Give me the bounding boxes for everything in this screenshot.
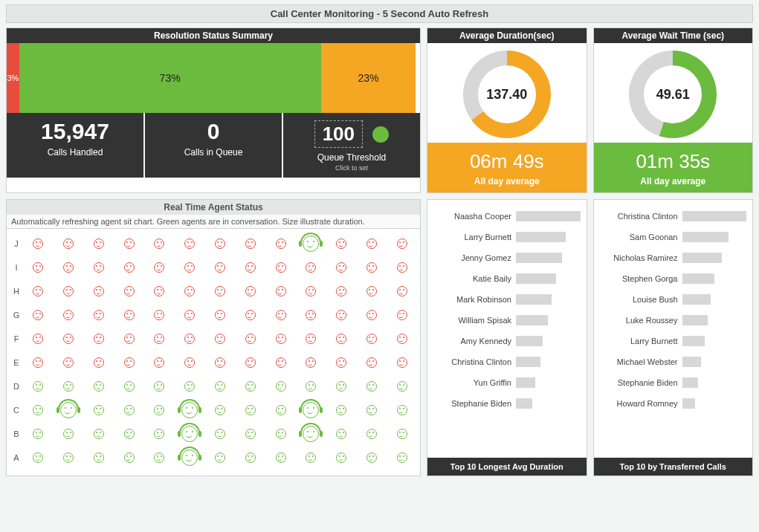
agent-cell[interactable] (23, 426, 54, 442)
agent-cell[interactable] (84, 236, 114, 252)
agent-cell[interactable] (356, 334, 387, 344)
agent-cell[interactable] (54, 426, 84, 442)
agent-cell[interactable] (144, 334, 175, 344)
agent-cell[interactable] (387, 236, 417, 252)
agent-cell[interactable] (387, 286, 417, 296)
agent-cell[interactable] (23, 357, 54, 368)
agent-cell[interactable] (356, 262, 387, 273)
agent-cell[interactable] (205, 402, 236, 418)
agent-cell[interactable] (235, 357, 265, 368)
agent-cell[interactable] (265, 310, 296, 320)
agent-cell[interactable] (235, 310, 265, 320)
agent-cell[interactable] (144, 450, 175, 466)
agent-cell[interactable] (235, 450, 265, 466)
agent-cell[interactable] (175, 286, 205, 296)
agent-cell[interactable] (84, 357, 114, 368)
agent-cell[interactable] (54, 357, 84, 368)
agent-cell[interactable] (205, 450, 236, 466)
agent-cell[interactable] (235, 381, 265, 392)
agent-cell[interactable] (265, 334, 296, 344)
agent-cell[interactable] (114, 381, 144, 392)
agent-cell[interactable] (144, 381, 175, 392)
agent-cell[interactable] (54, 402, 84, 418)
queue-threshold-value[interactable]: 100 (314, 120, 363, 148)
agent-cell[interactable] (23, 334, 54, 344)
agent-cell[interactable] (114, 262, 144, 273)
agent-cell[interactable] (387, 357, 417, 368)
agent-cell[interactable] (54, 310, 84, 320)
agent-cell[interactable] (387, 381, 417, 392)
agent-cell[interactable] (296, 450, 326, 466)
agent-cell[interactable] (84, 426, 114, 442)
agent-cell[interactable] (387, 426, 417, 442)
agent-cell[interactable] (387, 310, 417, 320)
agent-cell[interactable] (265, 236, 296, 252)
agent-cell[interactable] (205, 262, 236, 273)
agent-cell[interactable] (114, 450, 144, 466)
agent-cell[interactable] (356, 236, 387, 252)
agent-cell[interactable] (114, 426, 144, 442)
agent-cell[interactable] (356, 286, 387, 296)
agent-cell[interactable] (144, 357, 175, 368)
agent-cell[interactable] (23, 310, 54, 320)
agent-cell[interactable] (114, 334, 144, 344)
agent-cell[interactable] (296, 262, 326, 273)
agent-cell[interactable] (114, 357, 144, 368)
agent-cell[interactable] (326, 310, 357, 320)
agent-cell[interactable] (114, 310, 144, 320)
agent-cell[interactable] (387, 262, 417, 273)
agent-cell[interactable] (175, 310, 205, 320)
agent-cell[interactable] (23, 236, 54, 252)
agent-cell[interactable] (144, 236, 175, 252)
agent-cell[interactable] (175, 450, 205, 466)
agent-cell[interactable] (54, 236, 84, 252)
agent-cell[interactable] (175, 334, 205, 344)
agent-cell[interactable] (205, 236, 236, 252)
agent-cell[interactable] (296, 381, 326, 392)
agent-cell[interactable] (84, 334, 114, 344)
agent-cell[interactable] (23, 450, 54, 466)
agent-cell[interactable] (265, 357, 296, 368)
agent-cell[interactable] (235, 334, 265, 344)
agent-cell[interactable] (356, 402, 387, 418)
agent-cell[interactable] (296, 426, 326, 442)
agent-cell[interactable] (356, 381, 387, 392)
agent-cell[interactable] (387, 334, 417, 344)
agent-cell[interactable] (205, 426, 236, 442)
agent-cell[interactable] (23, 402, 54, 418)
agent-cell[interactable] (235, 236, 265, 252)
agent-cell[interactable] (205, 357, 236, 368)
agent-cell[interactable] (265, 402, 296, 418)
agent-cell[interactable] (23, 262, 54, 273)
agent-cell[interactable] (356, 450, 387, 466)
agent-cell[interactable] (356, 310, 387, 320)
agent-cell[interactable] (296, 286, 326, 296)
agent-cell[interactable] (326, 381, 357, 392)
agent-cell[interactable] (265, 286, 296, 296)
agent-cell[interactable] (84, 381, 114, 392)
agent-cell[interactable] (175, 357, 205, 368)
agent-cell[interactable] (235, 286, 265, 296)
metric-queue-threshold[interactable]: 100 Queue Threshold Click to set (283, 113, 420, 178)
agent-cell[interactable] (114, 286, 144, 296)
agent-cell[interactable] (23, 286, 54, 296)
agent-cell[interactable] (296, 402, 326, 418)
agent-cell[interactable] (326, 286, 357, 296)
agent-cell[interactable] (296, 310, 326, 320)
agent-cell[interactable] (114, 402, 144, 418)
agent-cell[interactable] (175, 381, 205, 392)
agent-cell[interactable] (175, 236, 205, 252)
agent-cell[interactable] (84, 286, 114, 296)
agent-cell[interactable] (326, 426, 357, 442)
agent-cell[interactable] (326, 334, 357, 344)
agent-cell[interactable] (84, 402, 114, 418)
agent-cell[interactable] (326, 262, 357, 273)
agent-cell[interactable] (23, 381, 54, 392)
agent-cell[interactable] (205, 334, 236, 344)
agent-cell[interactable] (114, 236, 144, 252)
agent-cell[interactable] (54, 286, 84, 296)
agent-cell[interactable] (387, 402, 417, 418)
agent-cell[interactable] (296, 357, 326, 368)
agent-cell[interactable] (175, 262, 205, 273)
agent-cell[interactable] (144, 402, 175, 418)
